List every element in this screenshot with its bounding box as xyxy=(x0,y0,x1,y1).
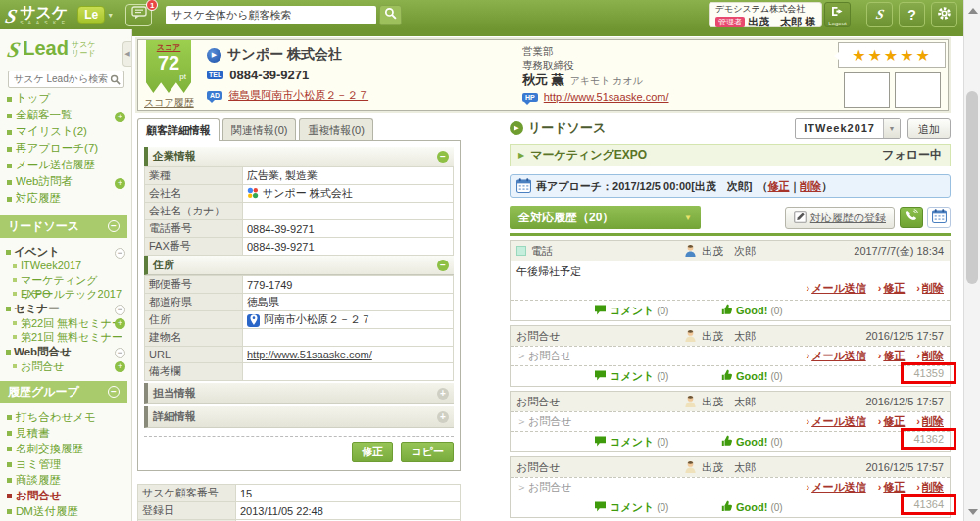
comment-link[interactable]: コメント(0) xyxy=(594,304,668,318)
global-search-input[interactable] xyxy=(166,6,376,24)
leadsource-subitem[interactable]: 第22回 無料セミナー+ xyxy=(0,315,131,329)
rating-box[interactable]: ★★★★★ xyxy=(838,42,946,68)
company-info-section-header[interactable]: 企業情報 − xyxy=(144,147,454,166)
leadsource-toggle-icon[interactable]: ▶ xyxy=(510,121,523,135)
collapse-minus-icon[interactable]: − xyxy=(437,151,449,163)
scroll-up-arrow-icon[interactable] xyxy=(968,8,978,14)
good-link[interactable]: Good!(0) xyxy=(721,435,783,449)
sidebar-item[interactable]: トップ xyxy=(0,90,131,107)
calendar-button[interactable] xyxy=(927,207,951,228)
sidebar-item[interactable]: 全顧客一覧+ xyxy=(0,107,131,123)
mail-send-link[interactable]: メール送信 xyxy=(811,282,866,294)
sidebar-item[interactable]: マイリスト(2) xyxy=(0,123,131,140)
map-pin-icon[interactable] xyxy=(247,314,260,327)
copy-button[interactable]: コピー xyxy=(401,442,454,462)
leadsource-group[interactable]: イベント− xyxy=(0,243,131,259)
expand-plus-icon[interactable]: + xyxy=(437,388,449,400)
leadsource-subitem[interactable]: マーケティングEXPO xyxy=(0,272,131,286)
chevron-down-icon[interactable]: ▼ xyxy=(883,119,900,138)
company-url-link[interactable]: http://www.51saaske.com/ xyxy=(544,91,669,103)
edit-link[interactable]: 修正 xyxy=(883,350,905,361)
comment-link[interactable]: コメント(0) xyxy=(594,500,668,515)
sidebar-collapse-arrow-icon[interactable]: ◀ xyxy=(122,41,131,67)
register-history-button[interactable]: 対応履歴の登録 xyxy=(785,207,895,229)
play-icon[interactable]: ▶ xyxy=(207,48,221,63)
global-search-button[interactable] xyxy=(379,5,402,25)
sidebar-item[interactable]: 対応履歴 xyxy=(0,190,131,207)
entry-body-link[interactable]: ＞お問合せ xyxy=(516,480,572,495)
entry-body-link[interactable]: ＞お問合せ xyxy=(516,414,572,429)
sidebar-item[interactable]: Web訪問者+ xyxy=(0,173,131,190)
mail-send-link[interactable]: メール送信 xyxy=(811,415,866,427)
mail-send-link[interactable]: メール送信 xyxy=(811,350,866,361)
delete-link[interactable]: 削除 xyxy=(922,481,944,493)
collapse-minus-icon[interactable]: − xyxy=(115,346,125,358)
detail-tab[interactable]: 関連情報(0) xyxy=(222,118,296,141)
url-link[interactable]: http://www.51saaske.com/ xyxy=(247,349,372,360)
comment-link[interactable]: コメント(0) xyxy=(594,435,668,450)
history-group-item[interactable]: 見積書 xyxy=(0,424,131,440)
entry-body-link[interactable]: ＞お問合せ xyxy=(516,349,572,363)
scroll-down-arrow-icon[interactable] xyxy=(968,509,978,515)
delete-link[interactable]: 削除 xyxy=(922,415,944,427)
address-section-header[interactable]: 住所 − xyxy=(144,256,454,275)
reapproach-delete-link[interactable]: 削除 xyxy=(800,180,821,192)
vertical-scrollbar[interactable] xyxy=(963,0,980,521)
lead-search-input[interactable] xyxy=(8,71,124,88)
leadsource-item-row[interactable]: ▶ マーケティングEXPO フォロー中 xyxy=(510,144,951,166)
expand-arrow-icon[interactable]: ▶ xyxy=(518,151,524,160)
collapse-minus-icon[interactable]: − xyxy=(437,260,449,271)
detail-tab[interactable]: 重複情報(0) xyxy=(299,118,372,141)
chat-button[interactable]: 1 xyxy=(125,4,152,26)
collapse-minus-icon[interactable]: − xyxy=(115,246,125,259)
collapse-minus-icon[interactable]: − xyxy=(115,303,125,315)
good-link[interactable]: Good!(0) xyxy=(721,304,783,317)
history-group-item[interactable]: ヨミ管理 xyxy=(0,455,131,471)
history-group-item[interactable]: 名刺交換履歴 xyxy=(0,440,131,455)
delete-link[interactable]: 削除 xyxy=(922,282,944,294)
history-group-item[interactable]: 打ち合わせメモ xyxy=(0,408,131,424)
edit-link[interactable]: 修正 xyxy=(883,481,905,493)
edit-link[interactable]: 修正 xyxy=(883,415,905,427)
settings-button[interactable] xyxy=(931,2,957,27)
expand-plus-icon[interactable]: + xyxy=(437,411,449,423)
help-button[interactable]: ? xyxy=(899,2,925,27)
collapsed-section-header[interactable]: 担当情報+ xyxy=(144,383,454,404)
leadsource-group[interactable]: セミナー− xyxy=(0,300,131,315)
collapsed-section-header[interactable]: 詳細情報+ xyxy=(144,406,454,428)
lead-app-button[interactable]: Le xyxy=(77,6,105,24)
saaske-logo[interactable]: S サスケ S A A S K E xyxy=(6,5,68,25)
history-group-section-header[interactable]: 履歴グループ − xyxy=(0,381,127,403)
leadsource-subitem[interactable]: リテールテック2017 xyxy=(0,286,131,300)
detail-tab[interactable]: 顧客詳細情報 xyxy=(137,118,220,141)
add-icon[interactable]: + xyxy=(115,359,125,372)
comment-link[interactable]: コメント(0) xyxy=(594,369,668,384)
history-filter-dropdown[interactable]: 全対応履歴（20） ▼ xyxy=(510,206,701,229)
company-address-link[interactable]: 徳島県阿南市小松原２－２７ xyxy=(228,88,368,103)
search-icon[interactable] xyxy=(110,71,121,89)
sidebar-item[interactable]: 再アプローチ(7) xyxy=(0,140,131,157)
history-group-item[interactable]: DM送付履歴 xyxy=(0,502,131,518)
score-history-link[interactable]: スコア履歴 xyxy=(144,96,194,110)
add-icon[interactable]: + xyxy=(115,176,125,189)
add-icon[interactable]: + xyxy=(115,110,125,122)
saaske-home-button[interactable]: S xyxy=(866,2,893,27)
logout-button[interactable]: Logout xyxy=(824,2,851,27)
leadsource-group[interactable]: Web問合せ− xyxy=(0,343,131,358)
good-link[interactable]: Good!(0) xyxy=(721,500,783,514)
lead-app-caret-icon[interactable]: ▼ xyxy=(107,12,114,19)
add-leadsource-button[interactable]: 追加 xyxy=(907,118,951,139)
collapse-minus-icon[interactable]: − xyxy=(108,220,120,232)
history-group-item[interactable]: お問合せ xyxy=(0,487,131,502)
collapse-minus-icon[interactable]: − xyxy=(108,386,120,398)
rating-stars[interactable]: ★★★★★ xyxy=(852,46,932,65)
leadsource-section-header[interactable]: リードソース − xyxy=(0,215,127,238)
scrollbar-thumb[interactable] xyxy=(966,91,978,284)
mail-send-link[interactable]: メール送信 xyxy=(811,481,866,493)
call-button[interactable] xyxy=(900,207,923,228)
good-link[interactable]: Good!(0) xyxy=(721,369,783,383)
leadsource-subitem[interactable]: ITWeek2017 xyxy=(0,259,131,272)
add-icon[interactable]: + xyxy=(115,316,125,329)
edit-button[interactable]: 修正 xyxy=(352,442,393,462)
leadsource-select[interactable]: ITWeek2017 ▼ xyxy=(795,118,901,139)
